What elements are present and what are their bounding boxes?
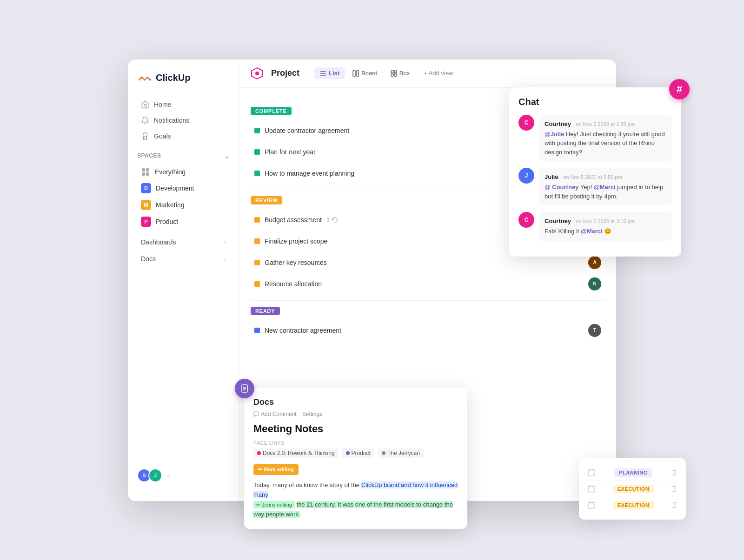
docs-icon-button[interactable] xyxy=(235,379,254,398)
everything-icon xyxy=(141,167,150,177)
flag-icon xyxy=(671,502,678,508)
status-dot-ready xyxy=(254,328,260,333)
add-view-label: + Add view xyxy=(424,70,453,77)
sidebar-item-marketing[interactable]: M Marketing xyxy=(132,197,235,213)
product-dot: P xyxy=(141,217,151,227)
task-left: Gather key resources xyxy=(254,259,327,266)
chat-author: Courtney xyxy=(545,217,571,224)
docs-actions: Add Comment Settings xyxy=(253,411,458,417)
bell-icon xyxy=(141,116,149,125)
svg-rect-14 xyxy=(391,74,393,76)
status-dot-complete xyxy=(254,149,260,155)
flag-icon xyxy=(671,469,678,476)
product-label: Product xyxy=(156,218,178,225)
chat-text: @ Courtney Yep! @Marci jumped in to help… xyxy=(545,183,666,201)
chat-avatar: J xyxy=(518,168,534,184)
task-name: Budget assessment xyxy=(265,216,322,224)
docs-body-text: Today, many of us know the story of the xyxy=(253,481,361,488)
comment-icon xyxy=(253,411,259,417)
page-link-label: Product xyxy=(352,450,371,456)
tab-list[interactable]: List xyxy=(314,67,345,79)
tab-box-label: Box xyxy=(399,70,410,77)
home-icon xyxy=(141,100,149,109)
status-dot-review xyxy=(254,217,260,223)
side-panel-row: PLANNING xyxy=(585,465,679,481)
mention: @Marci xyxy=(594,184,616,191)
sidebar-item-dashboards[interactable]: Dashboards › xyxy=(132,234,235,250)
logo: ClickUp xyxy=(128,71,239,97)
svg-rect-10 xyxy=(353,71,355,76)
settings-label: Settings xyxy=(302,411,322,417)
goals-icon xyxy=(141,132,149,140)
task-name: How to manage event planning xyxy=(265,170,354,177)
sidebar-item-home[interactable]: Home xyxy=(132,97,235,112)
app-name: ClickUp xyxy=(156,72,190,83)
sidebar-item-product[interactable]: P Product xyxy=(132,213,235,230)
page-link[interactable]: Docs 2.0: Rework & Thinking xyxy=(253,448,339,458)
svg-rect-16 xyxy=(588,470,595,476)
task-left: Resource allocation xyxy=(254,280,322,288)
side-panel: PLANNING EXECUTION EXECUTION xyxy=(579,458,686,520)
sidebar-item-notifications[interactable]: Notifications xyxy=(132,112,235,128)
sidebar-item-everything[interactable]: Everything xyxy=(132,164,235,180)
sidebar-item-docs[interactable]: Docs › xyxy=(132,250,235,267)
avatar-j[interactable]: J xyxy=(148,468,162,482)
svg-point-6 xyxy=(255,72,259,75)
add-comment-button[interactable]: Add Comment xyxy=(253,411,297,417)
calendar-icon xyxy=(587,468,596,477)
svg-rect-22 xyxy=(588,502,595,508)
add-view-button[interactable]: + Add view xyxy=(419,67,458,79)
svg-rect-11 xyxy=(356,71,359,76)
calendar-icon xyxy=(587,485,596,493)
clickup-logo-icon xyxy=(137,71,152,86)
tab-board[interactable]: Board xyxy=(347,67,383,79)
task-avatar: T xyxy=(588,324,601,337)
chat-time: on Nov 5 2020 at 1:50 pm xyxy=(576,121,635,127)
task-avatar: A xyxy=(588,256,601,269)
docs-header: Docs xyxy=(253,397,458,407)
task-left: Update contractor agreement xyxy=(254,127,349,134)
page-link-label: Docs 2.0: Rework & Thinking xyxy=(263,450,335,456)
everything-label: Everything xyxy=(155,168,186,176)
calendar-icon xyxy=(587,501,596,509)
project-icon xyxy=(251,67,264,80)
task-row[interactable]: Resource allocation N xyxy=(251,273,605,295)
status-tag-planning: PLANNING xyxy=(614,468,652,477)
chat-author: Julie xyxy=(545,173,558,180)
svg-rect-4 xyxy=(146,172,149,176)
page-link[interactable]: Product xyxy=(342,448,374,458)
docs-body: ✏ Mark editing Today, many of us know th… xyxy=(253,464,458,520)
mark-editing-button[interactable]: ✏ Mark editing xyxy=(253,464,299,475)
chat-content: Julie on Nov 5 2020 at 2:50 pm @ Courtne… xyxy=(539,168,672,205)
chat-content: Courtney on Nov 5 2020 at 3:15 pm Fab! K… xyxy=(539,212,672,241)
svg-rect-19 xyxy=(588,486,595,492)
side-panel-row: EXECUTION xyxy=(585,481,679,497)
chat-author: Courtney xyxy=(545,120,571,127)
task-left: Finalize project scope xyxy=(254,237,327,245)
chat-avatar: C xyxy=(518,212,534,228)
task-avatar: N xyxy=(588,277,601,290)
sidebar-footer: S J ⌄ xyxy=(128,461,239,490)
marketing-dot: M xyxy=(141,200,151,210)
avatar-chevron-icon[interactable]: ⌄ xyxy=(166,472,171,479)
dashboards-chevron-icon: › xyxy=(224,238,226,246)
refresh-icon xyxy=(332,217,338,223)
chat-window: # Chat C Courtney on Nov 5 2020 at 1:50 … xyxy=(509,87,681,257)
sidebar-item-development[interactable]: D Development xyxy=(132,180,235,197)
spaces-chevron-icon[interactable]: ⌄ xyxy=(224,152,230,160)
box-icon xyxy=(391,70,397,77)
task-left: Plan for next year xyxy=(254,148,316,156)
top-bar: Project List Board xyxy=(239,59,616,88)
task-left: Budget assessment 3 xyxy=(254,216,338,224)
settings-button[interactable]: Settings xyxy=(302,411,322,417)
chat-content: Courtney on Nov 5 2020 at 1:50 pm @Julie… xyxy=(539,115,672,162)
board-icon xyxy=(352,70,359,77)
docs-chevron-icon: › xyxy=(224,255,226,263)
tab-box[interactable]: Box xyxy=(385,67,415,79)
task-row[interactable]: New contractor agreement T xyxy=(251,320,605,341)
chat-message: J Julie on Nov 5 2020 at 2:50 pm @ Court… xyxy=(518,168,672,205)
page-link[interactable]: The Jerrycan xyxy=(378,448,424,458)
marketing-label: Marketing xyxy=(156,201,184,209)
task-name: Finalize project scope xyxy=(265,237,327,245)
sidebar-item-goals[interactable]: Goals xyxy=(132,128,235,144)
